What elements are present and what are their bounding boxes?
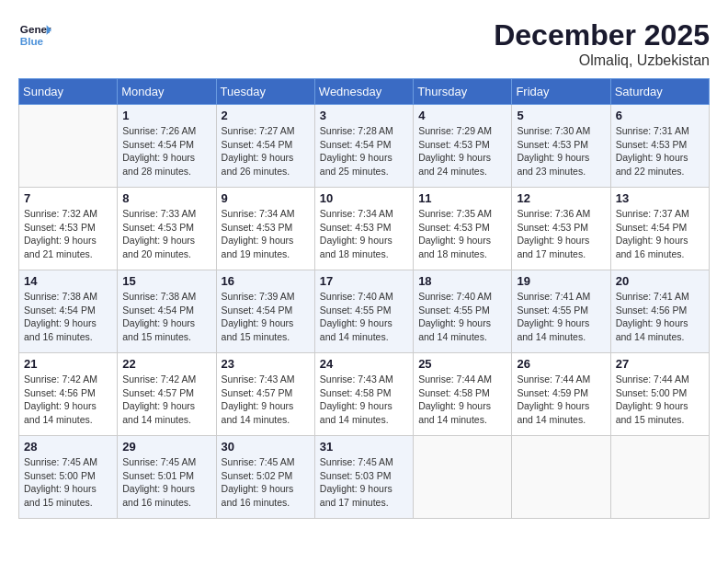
day-number: 3	[320, 109, 408, 122]
day-number: 25	[418, 357, 506, 371]
sunset-text: Sunset: 4:53 PM	[517, 221, 605, 235]
sunrise-text: Sunrise: 7:30 AM	[517, 124, 605, 138]
daylight-text: Daylight: 9 hours and 14 minutes.	[24, 399, 112, 426]
weekday-header-friday: Friday	[512, 79, 610, 105]
calendar-cell: 20Sunrise: 7:41 AMSunset: 4:56 PMDayligh…	[610, 270, 709, 353]
weekday-header-saturday: Saturday	[610, 79, 709, 105]
sunrise-text: Sunrise: 7:31 AM	[616, 124, 704, 138]
logo: General Blue General Blue	[18, 18, 51, 52]
sunset-text: Sunset: 4:58 PM	[418, 386, 506, 400]
sunset-text: Sunset: 5:00 PM	[616, 386, 704, 400]
calendar-cell: 22Sunrise: 7:42 AMSunset: 4:57 PMDayligh…	[118, 353, 216, 436]
sunset-text: Sunset: 4:55 PM	[517, 304, 605, 317]
day-number: 13	[616, 191, 704, 205]
day-number: 15	[122, 274, 210, 288]
calendar-cell: 6Sunrise: 7:31 AMSunset: 4:53 PMDaylight…	[610, 105, 709, 188]
day-info: Sunrise: 7:38 AMSunset: 4:54 PMDaylight:…	[122, 290, 210, 344]
daylight-text: Daylight: 9 hours and 23 minutes.	[517, 151, 605, 178]
day-number: 5	[517, 109, 605, 122]
sunset-text: Sunset: 5:03 PM	[320, 469, 408, 483]
sunset-text: Sunset: 4:53 PM	[517, 138, 605, 152]
sunrise-text: Sunrise: 7:43 AM	[222, 373, 310, 386]
sunrise-text: Sunrise: 7:38 AM	[122, 290, 210, 304]
day-number: 29	[122, 440, 210, 454]
calendar-week-4: 21Sunrise: 7:42 AMSunset: 4:56 PMDayligh…	[19, 353, 710, 436]
sunset-text: Sunset: 4:57 PM	[222, 386, 310, 400]
day-number: 16	[222, 274, 310, 288]
day-info: Sunrise: 7:44 AMSunset: 5:00 PMDaylight:…	[616, 373, 704, 427]
sunrise-text: Sunrise: 7:42 AM	[122, 373, 210, 386]
daylight-text: Daylight: 9 hours and 15 minutes.	[122, 316, 210, 343]
calendar-week-3: 14Sunrise: 7:38 AMSunset: 4:54 PMDayligh…	[19, 270, 710, 353]
weekday-header-tuesday: Tuesday	[216, 79, 314, 105]
day-info: Sunrise: 7:37 AMSunset: 4:54 PMDaylight:…	[616, 207, 704, 261]
day-info: Sunrise: 7:44 AMSunset: 4:59 PMDaylight:…	[517, 373, 605, 427]
sunset-text: Sunset: 4:53 PM	[418, 138, 506, 152]
calendar-cell: 1Sunrise: 7:26 AMSunset: 4:54 PMDaylight…	[118, 105, 216, 188]
weekday-header-wednesday: Wednesday	[314, 79, 413, 105]
sunset-text: Sunset: 4:53 PM	[222, 221, 310, 235]
daylight-text: Daylight: 9 hours and 28 minutes.	[122, 151, 210, 178]
weekday-header-thursday: Thursday	[414, 79, 512, 105]
day-number: 20	[616, 274, 704, 288]
day-info: Sunrise: 7:38 AMSunset: 4:54 PMDaylight:…	[24, 290, 112, 344]
day-number: 31	[320, 440, 408, 454]
daylight-text: Daylight: 9 hours and 18 minutes.	[418, 234, 506, 260]
calendar-cell	[512, 436, 610, 519]
day-info: Sunrise: 7:30 AMSunset: 4:53 PMDaylight:…	[517, 124, 605, 178]
sunrise-text: Sunrise: 7:44 AM	[517, 373, 605, 386]
logo-icon: General Blue	[18, 18, 51, 52]
sunset-text: Sunset: 4:58 PM	[320, 386, 408, 400]
sunrise-text: Sunrise: 7:34 AM	[320, 207, 408, 221]
sunset-text: Sunset: 4:57 PM	[122, 386, 210, 400]
sunrise-text: Sunrise: 7:29 AM	[418, 124, 506, 138]
sunset-text: Sunset: 4:53 PM	[616, 138, 704, 152]
calendar-cell: 15Sunrise: 7:38 AMSunset: 4:54 PMDayligh…	[118, 270, 216, 353]
sunset-text: Sunset: 4:59 PM	[517, 386, 605, 400]
day-number: 24	[320, 357, 408, 371]
sunset-text: Sunset: 4:53 PM	[122, 221, 210, 235]
daylight-text: Daylight: 9 hours and 14 minutes.	[320, 316, 408, 343]
day-info: Sunrise: 7:32 AMSunset: 4:53 PMDaylight:…	[24, 207, 112, 261]
sunrise-text: Sunrise: 7:34 AM	[222, 207, 310, 221]
calendar-cell: 3Sunrise: 7:28 AMSunset: 4:54 PMDaylight…	[314, 105, 413, 188]
day-number: 11	[418, 191, 506, 205]
calendar-cell: 30Sunrise: 7:45 AMSunset: 5:02 PMDayligh…	[216, 436, 314, 519]
sunrise-text: Sunrise: 7:43 AM	[320, 373, 408, 386]
day-info: Sunrise: 7:36 AMSunset: 4:53 PMDaylight:…	[517, 207, 605, 261]
day-number: 12	[517, 191, 605, 205]
sunrise-text: Sunrise: 7:42 AM	[24, 373, 112, 386]
day-number: 22	[122, 357, 210, 371]
sunrise-text: Sunrise: 7:41 AM	[517, 290, 605, 304]
sunrise-text: Sunrise: 7:26 AM	[122, 124, 210, 138]
sunrise-text: Sunrise: 7:33 AM	[122, 207, 210, 221]
calendar-cell: 29Sunrise: 7:45 AMSunset: 5:01 PMDayligh…	[118, 436, 216, 519]
daylight-text: Daylight: 9 hours and 17 minutes.	[517, 234, 605, 260]
daylight-text: Daylight: 9 hours and 14 minutes.	[517, 399, 605, 426]
day-info: Sunrise: 7:31 AMSunset: 4:53 PMDaylight:…	[616, 124, 704, 178]
daylight-text: Daylight: 9 hours and 14 minutes.	[222, 399, 310, 426]
calendar-cell: 2Sunrise: 7:27 AMSunset: 4:54 PMDaylight…	[216, 105, 314, 188]
day-info: Sunrise: 7:33 AMSunset: 4:53 PMDaylight:…	[122, 207, 210, 261]
sunrise-text: Sunrise: 7:27 AM	[222, 124, 310, 138]
daylight-text: Daylight: 9 hours and 22 minutes.	[616, 151, 704, 178]
daylight-text: Daylight: 9 hours and 15 minutes.	[616, 399, 704, 426]
daylight-text: Daylight: 9 hours and 16 minutes.	[122, 482, 210, 509]
sunrise-text: Sunrise: 7:35 AM	[418, 207, 506, 221]
sunset-text: Sunset: 5:01 PM	[122, 469, 210, 483]
daylight-text: Daylight: 9 hours and 24 minutes.	[418, 151, 506, 178]
sunrise-text: Sunrise: 7:40 AM	[320, 290, 408, 304]
day-number: 2	[222, 109, 310, 122]
calendar-cell: 25Sunrise: 7:44 AMSunset: 4:58 PMDayligh…	[414, 353, 512, 436]
sunset-text: Sunset: 4:55 PM	[418, 304, 506, 317]
day-info: Sunrise: 7:45 AMSunset: 5:03 PMDaylight:…	[320, 455, 408, 510]
calendar-week-5: 28Sunrise: 7:45 AMSunset: 5:00 PMDayligh…	[19, 436, 710, 519]
day-info: Sunrise: 7:27 AMSunset: 4:54 PMDaylight:…	[222, 124, 310, 178]
day-number: 23	[222, 357, 310, 371]
day-number: 14	[24, 274, 112, 288]
sunrise-text: Sunrise: 7:32 AM	[24, 207, 112, 221]
sunset-text: Sunset: 4:53 PM	[24, 221, 112, 235]
day-info: Sunrise: 7:42 AMSunset: 4:57 PMDaylight:…	[122, 373, 210, 427]
daylight-text: Daylight: 9 hours and 18 minutes.	[320, 234, 408, 260]
calendar-cell: 13Sunrise: 7:37 AMSunset: 4:54 PMDayligh…	[610, 188, 709, 270]
